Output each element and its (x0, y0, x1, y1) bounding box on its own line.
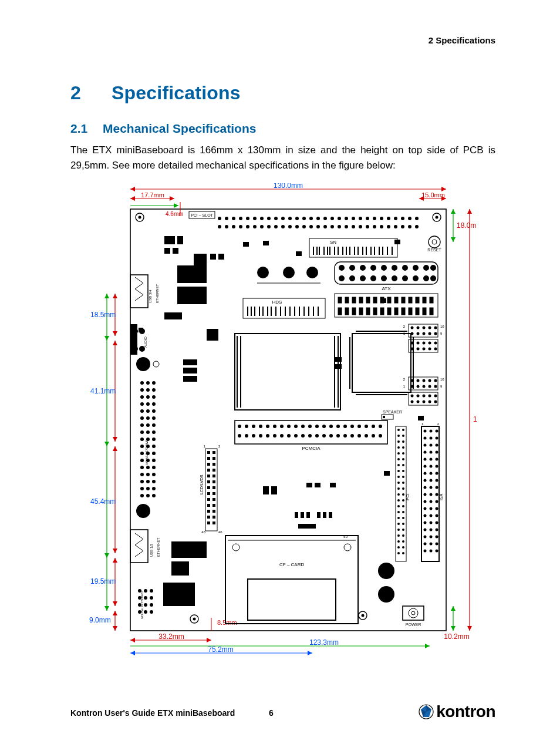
svg-point-347 (417, 400, 420, 403)
svg-point-254 (152, 438, 156, 441)
svg-point-307 (429, 326, 431, 329)
svg-point-249 (140, 430, 144, 434)
svg-point-391 (322, 434, 326, 438)
svg-rect-176 (387, 297, 391, 303)
dim-bot-3: 123.3mm (309, 638, 339, 647)
svg-point-343 (423, 394, 426, 397)
svg-point-532 (430, 542, 433, 545)
svg-point-457 (402, 482, 404, 484)
brand-name: kontron (436, 702, 495, 721)
svg-marker-22 (113, 294, 117, 298)
svg-point-462 (397, 499, 400, 502)
svg-point-66 (225, 217, 228, 220)
svg-point-334 (434, 379, 437, 382)
svg-point-504 (424, 479, 427, 482)
svg-point-245 (152, 416, 156, 420)
svg-point-261 (140, 459, 144, 462)
svg-point-316 (417, 341, 420, 344)
svg-point-496 (430, 457, 433, 460)
svg-point-466 (397, 511, 400, 513)
svg-rect-555 (183, 359, 197, 365)
svg-point-372 (336, 425, 340, 428)
svg-point-257 (152, 445, 156, 448)
svg-point-455 (402, 476, 404, 478)
svg-marker-50 (130, 651, 135, 655)
svg-rect-570 (323, 512, 326, 518)
svg-rect-424 (212, 516, 215, 519)
svg-point-450 (397, 464, 400, 466)
label-eth-b: ETHERNET (157, 537, 160, 557)
svg-point-270 (140, 480, 144, 483)
svg-point-528 (424, 535, 427, 538)
svg-rect-418 (212, 498, 215, 501)
svg-point-320 (411, 347, 414, 350)
svg-point-492 (424, 450, 427, 453)
svg-rect-580 (335, 357, 342, 362)
svg-point-248 (152, 423, 156, 427)
svg-point-524 (436, 521, 438, 524)
svg-rect-548 (194, 254, 207, 267)
svg-rect-414 (212, 486, 215, 489)
svg-point-231 (140, 388, 144, 392)
svg-point-494 (436, 450, 438, 453)
svg-rect-559 (171, 561, 189, 576)
svg-point-512 (436, 493, 438, 496)
svg-point-366 (294, 425, 298, 428)
svg-rect-558 (171, 541, 207, 558)
svg-point-119 (394, 225, 397, 228)
svg-point-452 (397, 470, 400, 472)
svg-marker-7 (174, 203, 178, 208)
svg-marker-47 (130, 638, 135, 642)
svg-point-515 (436, 500, 438, 503)
svg-point-535 (430, 549, 433, 552)
svg-point-283 (150, 589, 153, 593)
svg-point-345 (434, 394, 437, 397)
svg-point-477 (402, 540, 404, 543)
svg-marker-36 (104, 553, 109, 558)
dim-left-2: 41.1mm (90, 387, 116, 395)
svg-point-481 (402, 552, 404, 554)
svg-point-82 (338, 217, 341, 220)
footer-page-number: 6 (269, 708, 274, 718)
svg-point-265 (146, 466, 150, 469)
svg-point-96 (232, 225, 235, 228)
svg-point-476 (397, 540, 400, 543)
svg-point-371 (329, 425, 333, 428)
svg-rect-182 (430, 297, 433, 303)
svg-point-344 (429, 394, 431, 397)
svg-point-78 (309, 217, 313, 220)
svg-point-505 (430, 479, 433, 482)
svg-point-471 (402, 523, 404, 525)
svg-marker-17 (467, 626, 472, 631)
svg-point-511 (430, 493, 433, 496)
svg-point-118 (387, 225, 390, 228)
svg-point-242 (152, 409, 156, 413)
svg-point-154 (402, 265, 408, 271)
svg-point-500 (436, 465, 438, 467)
svg-point-453 (402, 470, 404, 472)
svg-point-71 (260, 217, 264, 220)
svg-point-491 (436, 443, 438, 446)
svg-point-65 (218, 217, 221, 220)
svg-point-490 (430, 443, 433, 446)
svg-rect-577 (380, 298, 386, 303)
svg-text:10: 10 (440, 325, 444, 328)
svg-point-464 (397, 505, 400, 507)
svg-rect-187 (366, 308, 370, 315)
svg-point-501 (424, 472, 427, 475)
heading-1-number: 2 (70, 82, 112, 104)
svg-point-275 (152, 487, 156, 490)
svg-point-458 (397, 487, 400, 490)
svg-point-266 (152, 466, 156, 469)
svg-rect-408 (212, 469, 215, 472)
svg-point-323 (429, 347, 431, 350)
svg-point-157 (430, 265, 436, 271)
svg-point-395 (350, 434, 354, 438)
label-cf-card: CF – CARD (279, 562, 304, 567)
svg-point-95 (225, 225, 228, 228)
svg-point-289 (150, 603, 153, 607)
svg-rect-195 (423, 308, 426, 315)
svg-point-311 (423, 332, 426, 335)
svg-point-88 (380, 217, 383, 220)
svg-point-163 (392, 275, 397, 281)
